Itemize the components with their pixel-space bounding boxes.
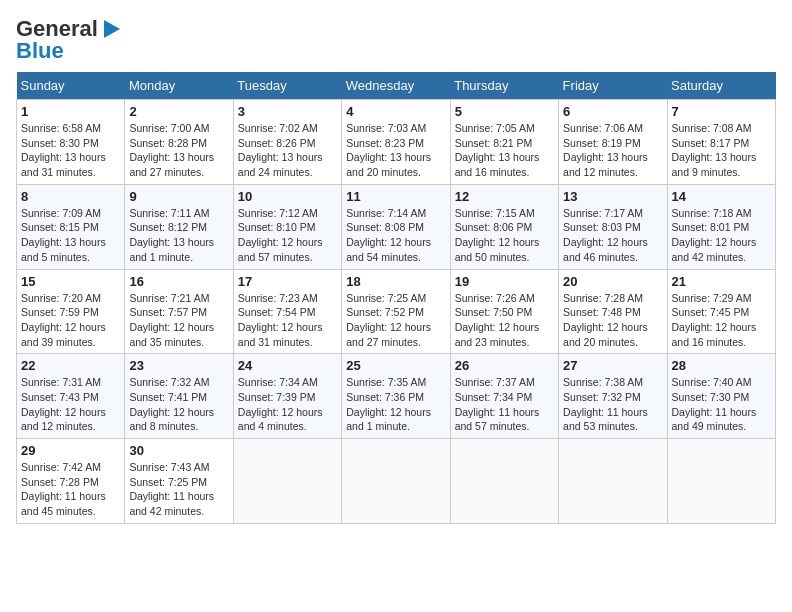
day-number: 11 [346, 189, 445, 204]
logo-triangle-icon [100, 18, 122, 40]
logo: General Blue [16, 16, 122, 64]
calendar-cell: 16 Sunrise: 7:21 AM Sunset: 7:57 PM Dayl… [125, 269, 233, 354]
calendar-week-row: 1 Sunrise: 6:58 AM Sunset: 8:30 PM Dayli… [17, 100, 776, 185]
day-number: 3 [238, 104, 337, 119]
calendar-cell: 9 Sunrise: 7:11 AM Sunset: 8:12 PM Dayli… [125, 184, 233, 269]
day-info: Sunrise: 7:03 AM Sunset: 8:23 PM Dayligh… [346, 121, 445, 180]
logo-blue: Blue [16, 38, 64, 64]
day-number: 15 [21, 274, 120, 289]
calendar-cell [667, 439, 775, 524]
calendar-cell: 12 Sunrise: 7:15 AM Sunset: 8:06 PM Dayl… [450, 184, 558, 269]
calendar-cell: 6 Sunrise: 7:06 AM Sunset: 8:19 PM Dayli… [559, 100, 667, 185]
day-info: Sunrise: 7:40 AM Sunset: 7:30 PM Dayligh… [672, 375, 771, 434]
calendar-cell: 13 Sunrise: 7:17 AM Sunset: 8:03 PM Dayl… [559, 184, 667, 269]
day-number: 26 [455, 358, 554, 373]
day-info: Sunrise: 7:32 AM Sunset: 7:41 PM Dayligh… [129, 375, 228, 434]
day-info: Sunrise: 7:00 AM Sunset: 8:28 PM Dayligh… [129, 121, 228, 180]
day-number: 24 [238, 358, 337, 373]
day-info: Sunrise: 7:08 AM Sunset: 8:17 PM Dayligh… [672, 121, 771, 180]
day-number: 21 [672, 274, 771, 289]
calendar-cell [342, 439, 450, 524]
day-info: Sunrise: 7:31 AM Sunset: 7:43 PM Dayligh… [21, 375, 120, 434]
calendar-cell [559, 439, 667, 524]
day-info: Sunrise: 7:18 AM Sunset: 8:01 PM Dayligh… [672, 206, 771, 265]
day-info: Sunrise: 7:17 AM Sunset: 8:03 PM Dayligh… [563, 206, 662, 265]
calendar-week-row: 29 Sunrise: 7:42 AM Sunset: 7:28 PM Dayl… [17, 439, 776, 524]
calendar-cell: 8 Sunrise: 7:09 AM Sunset: 8:15 PM Dayli… [17, 184, 125, 269]
calendar-cell [233, 439, 341, 524]
calendar-cell: 20 Sunrise: 7:28 AM Sunset: 7:48 PM Dayl… [559, 269, 667, 354]
calendar-cell: 7 Sunrise: 7:08 AM Sunset: 8:17 PM Dayli… [667, 100, 775, 185]
calendar-header-row: SundayMondayTuesdayWednesdayThursdayFrid… [17, 72, 776, 100]
calendar-week-row: 8 Sunrise: 7:09 AM Sunset: 8:15 PM Dayli… [17, 184, 776, 269]
day-info: Sunrise: 7:20 AM Sunset: 7:59 PM Dayligh… [21, 291, 120, 350]
calendar-cell: 27 Sunrise: 7:38 AM Sunset: 7:32 PM Dayl… [559, 354, 667, 439]
day-number: 17 [238, 274, 337, 289]
day-info: Sunrise: 7:29 AM Sunset: 7:45 PM Dayligh… [672, 291, 771, 350]
day-number: 23 [129, 358, 228, 373]
calendar-week-row: 15 Sunrise: 7:20 AM Sunset: 7:59 PM Dayl… [17, 269, 776, 354]
day-info: Sunrise: 7:25 AM Sunset: 7:52 PM Dayligh… [346, 291, 445, 350]
day-number: 28 [672, 358, 771, 373]
day-info: Sunrise: 7:02 AM Sunset: 8:26 PM Dayligh… [238, 121, 337, 180]
day-info: Sunrise: 7:28 AM Sunset: 7:48 PM Dayligh… [563, 291, 662, 350]
calendar-cell: 10 Sunrise: 7:12 AM Sunset: 8:10 PM Dayl… [233, 184, 341, 269]
calendar-cell [450, 439, 558, 524]
calendar-cell: 28 Sunrise: 7:40 AM Sunset: 7:30 PM Dayl… [667, 354, 775, 439]
calendar-cell: 26 Sunrise: 7:37 AM Sunset: 7:34 PM Dayl… [450, 354, 558, 439]
day-number: 30 [129, 443, 228, 458]
day-number: 10 [238, 189, 337, 204]
calendar-cell: 25 Sunrise: 7:35 AM Sunset: 7:36 PM Dayl… [342, 354, 450, 439]
calendar-cell: 30 Sunrise: 7:43 AM Sunset: 7:25 PM Dayl… [125, 439, 233, 524]
day-number: 14 [672, 189, 771, 204]
day-info: Sunrise: 7:21 AM Sunset: 7:57 PM Dayligh… [129, 291, 228, 350]
day-info: Sunrise: 7:34 AM Sunset: 7:39 PM Dayligh… [238, 375, 337, 434]
calendar-cell: 18 Sunrise: 7:25 AM Sunset: 7:52 PM Dayl… [342, 269, 450, 354]
day-info: Sunrise: 7:42 AM Sunset: 7:28 PM Dayligh… [21, 460, 120, 519]
svg-marker-0 [104, 20, 120, 38]
day-number: 8 [21, 189, 120, 204]
day-info: Sunrise: 7:14 AM Sunset: 8:08 PM Dayligh… [346, 206, 445, 265]
day-number: 9 [129, 189, 228, 204]
day-info: Sunrise: 7:15 AM Sunset: 8:06 PM Dayligh… [455, 206, 554, 265]
calendar-cell: 2 Sunrise: 7:00 AM Sunset: 8:28 PM Dayli… [125, 100, 233, 185]
day-info: Sunrise: 7:05 AM Sunset: 8:21 PM Dayligh… [455, 121, 554, 180]
calendar-cell: 17 Sunrise: 7:23 AM Sunset: 7:54 PM Dayl… [233, 269, 341, 354]
day-info: Sunrise: 6:58 AM Sunset: 8:30 PM Dayligh… [21, 121, 120, 180]
day-info: Sunrise: 7:26 AM Sunset: 7:50 PM Dayligh… [455, 291, 554, 350]
day-number: 29 [21, 443, 120, 458]
page-header: General Blue [16, 16, 776, 64]
day-info: Sunrise: 7:35 AM Sunset: 7:36 PM Dayligh… [346, 375, 445, 434]
day-info: Sunrise: 7:23 AM Sunset: 7:54 PM Dayligh… [238, 291, 337, 350]
day-info: Sunrise: 7:09 AM Sunset: 8:15 PM Dayligh… [21, 206, 120, 265]
day-number: 27 [563, 358, 662, 373]
calendar-cell: 22 Sunrise: 7:31 AM Sunset: 7:43 PM Dayl… [17, 354, 125, 439]
day-number: 6 [563, 104, 662, 119]
calendar-table: SundayMondayTuesdayWednesdayThursdayFrid… [16, 72, 776, 524]
day-info: Sunrise: 7:11 AM Sunset: 8:12 PM Dayligh… [129, 206, 228, 265]
day-number: 16 [129, 274, 228, 289]
calendar-cell: 3 Sunrise: 7:02 AM Sunset: 8:26 PM Dayli… [233, 100, 341, 185]
day-number: 25 [346, 358, 445, 373]
day-number: 18 [346, 274, 445, 289]
day-number: 7 [672, 104, 771, 119]
day-info: Sunrise: 7:37 AM Sunset: 7:34 PM Dayligh… [455, 375, 554, 434]
day-info: Sunrise: 7:38 AM Sunset: 7:32 PM Dayligh… [563, 375, 662, 434]
day-info: Sunrise: 7:12 AM Sunset: 8:10 PM Dayligh… [238, 206, 337, 265]
calendar-cell: 11 Sunrise: 7:14 AM Sunset: 8:08 PM Dayl… [342, 184, 450, 269]
calendar-cell: 5 Sunrise: 7:05 AM Sunset: 8:21 PM Dayli… [450, 100, 558, 185]
calendar-cell: 1 Sunrise: 6:58 AM Sunset: 8:30 PM Dayli… [17, 100, 125, 185]
calendar-cell: 15 Sunrise: 7:20 AM Sunset: 7:59 PM Dayl… [17, 269, 125, 354]
calendar-cell: 29 Sunrise: 7:42 AM Sunset: 7:28 PM Dayl… [17, 439, 125, 524]
day-info: Sunrise: 7:06 AM Sunset: 8:19 PM Dayligh… [563, 121, 662, 180]
day-number: 22 [21, 358, 120, 373]
day-number: 5 [455, 104, 554, 119]
calendar-cell: 14 Sunrise: 7:18 AM Sunset: 8:01 PM Dayl… [667, 184, 775, 269]
calendar-cell: 21 Sunrise: 7:29 AM Sunset: 7:45 PM Dayl… [667, 269, 775, 354]
calendar-cell: 4 Sunrise: 7:03 AM Sunset: 8:23 PM Dayli… [342, 100, 450, 185]
day-number: 1 [21, 104, 120, 119]
calendar-cell: 19 Sunrise: 7:26 AM Sunset: 7:50 PM Dayl… [450, 269, 558, 354]
day-of-week-header: Friday [559, 72, 667, 100]
day-number: 4 [346, 104, 445, 119]
day-of-week-header: Tuesday [233, 72, 341, 100]
